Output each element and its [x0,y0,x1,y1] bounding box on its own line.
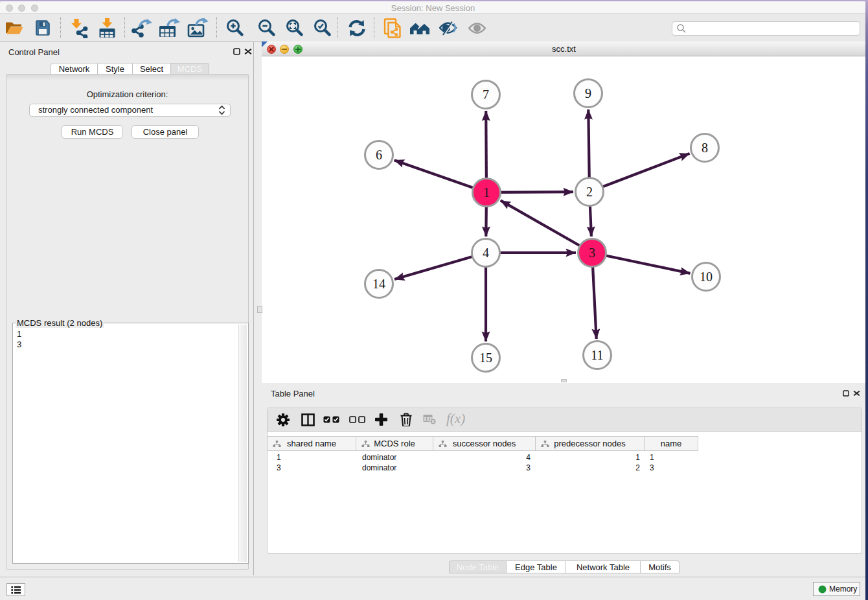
svg-text:4: 4 [483,246,489,260]
svg-text:9: 9 [585,86,591,100]
svg-text:3: 3 [589,246,595,260]
svg-text:1: 1 [483,185,490,200]
svg-text:10: 10 [700,270,713,284]
svg-text:11: 11 [591,348,603,362]
svg-text:15: 15 [479,351,492,365]
svg-text:8: 8 [702,141,708,155]
svg-text:2: 2 [586,185,593,199]
svg-text:7: 7 [483,87,489,102]
svg-text:6: 6 [376,148,382,162]
svg-text:14: 14 [372,277,385,291]
